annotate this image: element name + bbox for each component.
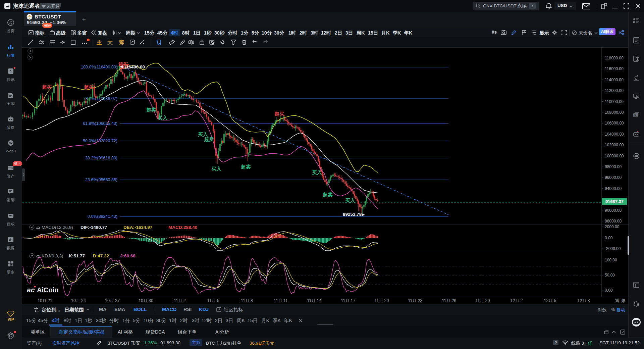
svg-text:11月 5: 11月 5 [207, 298, 219, 303]
svg-text:11月 8: 11月 8 [241, 298, 253, 303]
svg-text:ac: ac [27, 286, 35, 294]
svg-text:AiCoin: AiCoin [37, 286, 58, 294]
svg-text:102000.00: 102000.00 [605, 143, 624, 147]
svg-text:100.00: 100.00 [605, 258, 617, 262]
svg-text:筹: 筹 [615, 298, 620, 303]
svg-text:11月 2: 11月 2 [174, 298, 186, 303]
svg-text:买入: 买入 [158, 115, 168, 120]
svg-text:110000.00: 110000.00 [605, 99, 624, 104]
svg-text:10月 30: 10月 30 [139, 298, 153, 303]
svg-text:11月 26: 11月 26 [442, 298, 457, 303]
svg-text:DIF:-1490.77: DIF:-1490.77 [80, 225, 107, 230]
svg-text:88000.00: 88000.00 [605, 219, 622, 223]
svg-text:10月 27: 10月 27 [105, 298, 120, 303]
svg-text:108000.00: 108000.00 [605, 110, 624, 115]
svg-text:106000.00: 106000.00 [605, 121, 624, 126]
svg-text:114000.00: 114000.00 [605, 78, 624, 82]
svg-text:12月 2: 12月 2 [511, 298, 523, 303]
svg-text:超买: 超买 [84, 84, 94, 90]
svg-text:100.0%(116400.00): 100.0%(116400.00) [81, 65, 117, 69]
svg-text:超卖: 超卖 [146, 107, 157, 112]
svg-text:爆: 爆 [622, 298, 626, 303]
svg-text:K:51.77: K:51.77 [69, 253, 85, 258]
svg-text:DEA:-1634.97: DEA:-1634.97 [123, 225, 152, 230]
svg-text:ETF: ETF [634, 114, 638, 116]
svg-text:MACD(12,26,9): MACD(12,26,9) [42, 225, 73, 230]
svg-text:38.2%(99616.00): 38.2%(99616.00) [85, 156, 117, 160]
svg-text:买入: 买入 [212, 166, 222, 171]
svg-text:90000.00: 90000.00 [605, 208, 622, 213]
svg-text:超卖: 超卖 [241, 164, 251, 169]
svg-text:104000.00: 104000.00 [605, 132, 624, 137]
svg-text:91687.37: 91687.37 [605, 199, 624, 204]
svg-text:KDJ(9,3,3): KDJ(9,3,3) [42, 253, 63, 258]
svg-text:11月 20: 11月 20 [375, 298, 389, 303]
svg-text:超买: 超买 [274, 111, 285, 116]
svg-text:11月 17: 11月 17 [341, 298, 356, 303]
svg-text:10月 21: 10月 21 [38, 298, 52, 303]
svg-text:0.00: 0.00 [605, 288, 613, 293]
svg-text:2000.00: 2000.00 [605, 225, 620, 229]
svg-text:61.8%(106025.43): 61.8%(106025.43) [83, 121, 117, 126]
svg-text:MACD:288.40: MACD:288.40 [168, 225, 197, 230]
svg-text:89253.78: 89253.78 [343, 212, 362, 217]
svg-text:116400.00: 116400.00 [124, 64, 145, 69]
svg-text:超卖: 超卖 [204, 137, 214, 142]
svg-text:超卖: 超卖 [323, 192, 333, 197]
svg-text:118000.00: 118000.00 [605, 56, 624, 60]
svg-text:11月 11: 11月 11 [274, 298, 288, 303]
svg-text:买入: 买入 [198, 132, 208, 137]
svg-text:0.0%(89241.43): 0.0%(89241.43) [88, 214, 117, 219]
svg-text:100000.00: 100000.00 [605, 154, 624, 158]
svg-text:11月 14: 11月 14 [307, 298, 322, 303]
svg-text:112000.00: 112000.00 [605, 88, 624, 93]
svg-text:11月 23: 11月 23 [408, 298, 423, 303]
svg-text:D:47.32: D:47.32 [93, 253, 109, 258]
svg-text:94000.00: 94000.00 [605, 186, 622, 191]
svg-text:0.00: 0.00 [605, 236, 613, 240]
svg-text:12月 8: 12月 8 [578, 298, 590, 303]
svg-text:买入: 买入 [312, 170, 322, 175]
svg-text:98000.00: 98000.00 [605, 164, 622, 169]
svg-text:买入: 买入 [345, 198, 356, 203]
svg-text:J:60.68: J:60.68 [120, 253, 136, 258]
svg-text:116000.00: 116000.00 [605, 66, 624, 71]
svg-text:10月 24: 10月 24 [71, 298, 86, 303]
svg-text:96000.00: 96000.00 [605, 175, 622, 180]
svg-text:23.6%(95650.85): 23.6%(95650.85) [85, 178, 117, 182]
svg-text:12月 5: 12月 5 [544, 298, 556, 303]
svg-text:-2000.00: -2000.00 [605, 246, 621, 251]
svg-text:超买: 超买 [42, 84, 52, 90]
svg-text:78.6%(110588.07): 78.6%(110588.07) [83, 96, 117, 101]
svg-text:11月 29: 11月 29 [476, 298, 490, 303]
svg-text:50.00: 50.00 [605, 273, 615, 278]
